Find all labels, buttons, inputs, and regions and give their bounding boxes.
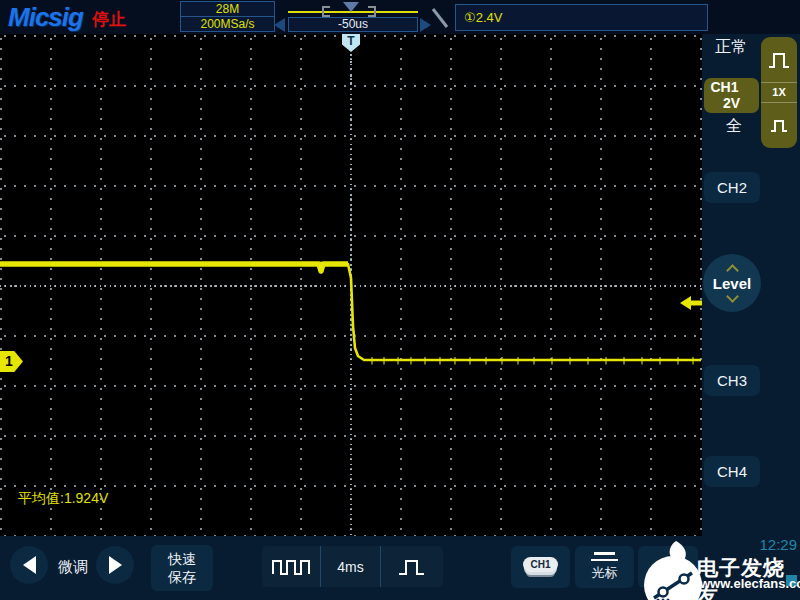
horizontal-position[interactable]: -50us (288, 17, 418, 32)
cursor-lines-icon (591, 552, 618, 561)
level-label: Level (713, 276, 751, 291)
trigger-mode-label[interactable]: 正常 (715, 37, 747, 58)
pulse-train-icon (271, 556, 311, 578)
ch1-channel-button[interactable]: CH1 2V (704, 78, 759, 113)
run-status[interactable]: 停止 (92, 8, 126, 31)
scroll-left-icon[interactable] (274, 18, 285, 32)
right-triangle-icon (109, 556, 122, 574)
channel-stack-icon: CH1 (523, 557, 557, 572)
trigger-position-line (350, 54, 352, 84)
fine-tune-right-button[interactable] (96, 546, 134, 584)
waveform-display[interactable]: T 1 平均值:1.924V (0, 34, 702, 536)
fine-tune-left-button[interactable] (10, 546, 48, 584)
ch1-label: CH1 (710, 79, 738, 95)
pulse-icon (397, 556, 427, 578)
measurement-value: 1.924V (64, 490, 108, 506)
timebase-faster-button[interactable] (380, 546, 443, 587)
acquisition-box[interactable]: 28M 200MSa/s (180, 1, 275, 32)
ch1-scale: 2V (704, 95, 759, 111)
quick-save-line1: 快速 (151, 550, 213, 568)
oscilloscope-app: Micsig 停止 28M 200MSa/s -50us ①2.4V T 1 平… (0, 0, 800, 600)
ch4-channel-button[interactable]: CH4 (704, 456, 760, 487)
more-button[interactable] (638, 546, 698, 588)
right-sidebar: 正常 CH1 2V 全 1X CH2 Level CH3 (702, 34, 800, 536)
quick-save-button[interactable]: 快速 保存 (151, 545, 213, 591)
chevron-down-icon (726, 290, 739, 303)
pulse-wide-icon[interactable] (761, 37, 797, 82)
ch3-channel-button[interactable]: CH3 (704, 365, 760, 396)
bandwidth-label[interactable]: 全 (726, 116, 742, 137)
timebase-value[interactable]: 4ms (320, 546, 380, 587)
quick-save-line2: 保存 (151, 568, 213, 586)
trigger-level-arrow-icon[interactable] (680, 295, 702, 315)
channel-select-button[interactable]: CH1 (511, 546, 570, 588)
pulse-narrow-icon[interactable] (761, 103, 797, 148)
cursor-button[interactable]: 光标 (575, 546, 634, 588)
trigger-readout[interactable]: ①2.4V (455, 4, 708, 31)
brand-logo: Micsig (8, 2, 83, 33)
ch1-waveform-trace (0, 34, 702, 536)
measurement-label: 平均值: (18, 490, 64, 506)
cursor-label: 光标 (592, 564, 618, 582)
trigger-position-triangle-icon[interactable] (343, 2, 359, 12)
memory-depth: 28M (181, 2, 274, 17)
top-bar: Micsig 停止 28M 200MSa/s -50us ①2.4V (0, 0, 800, 34)
memory-window-bracket-left (322, 6, 330, 17)
left-triangle-icon (23, 556, 36, 574)
fine-tune-label: 微调 (52, 558, 94, 577)
memory-window-bracket-right (368, 6, 376, 17)
trigger-level-button[interactable]: Level (703, 254, 761, 312)
probe-panel[interactable]: 1X (761, 37, 797, 148)
falling-slope-icon[interactable] (430, 6, 450, 34)
measurement-readout: 平均值:1.924V (18, 490, 108, 508)
probe-attenuation[interactable]: 1X (772, 83, 785, 102)
clock: 12:29 (759, 536, 797, 553)
timebase-slower-button[interactable] (262, 546, 320, 587)
bottom-bar: 微调 快速 保存 4ms CH1 光标 12:29 (0, 536, 800, 600)
ch2-channel-button[interactable]: CH2 (704, 172, 760, 203)
timebase-group: 4ms (262, 546, 443, 587)
sample-rate: 200MSa/s (181, 17, 274, 32)
